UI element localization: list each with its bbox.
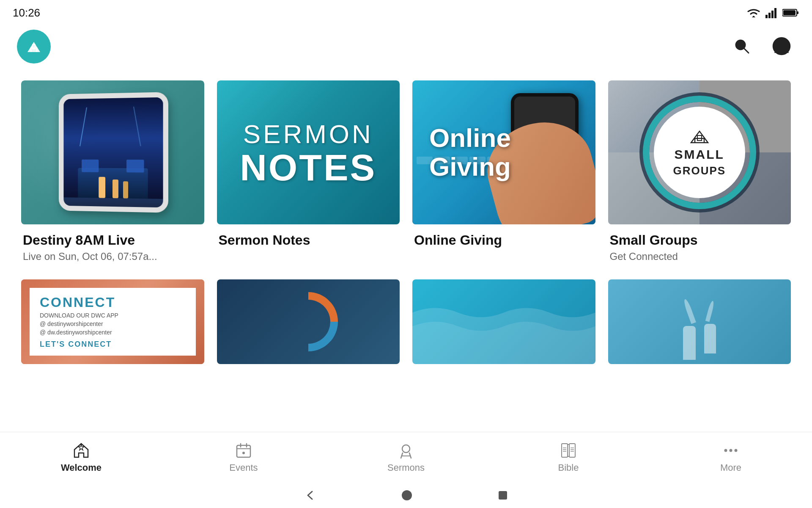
arc-shape: [266, 280, 350, 364]
card-sermon-notes-info: Sermon Notes: [217, 224, 400, 248]
welcome-icon: [73, 442, 90, 459]
card-destiny-live-image: [21, 80, 204, 224]
app-logo-icon: [23, 36, 44, 57]
card-destiny-live[interactable]: Destiny 8AM Live Live on Sun, Oct 06, 07…: [21, 80, 204, 262]
profile-icon: [772, 37, 791, 55]
card-connect[interactable]: CONNECT DOWNLOAD OUR DWC APP @ destinywo…: [21, 279, 204, 364]
card-destiny-live-title: Destiny 8AM Live: [23, 232, 203, 248]
svg-point-18: [402, 445, 410, 453]
connect-sub3: @ dw.destinyworshipcenter: [40, 329, 186, 336]
card4-partial-bg: [608, 279, 791, 364]
svg-rect-34: [499, 491, 507, 500]
card-partial-4[interactable]: [608, 279, 791, 364]
nav-label-events: Events: [229, 462, 258, 473]
sermon-word1: SERMON: [240, 119, 376, 149]
status-icons: [746, 7, 799, 18]
nav-label-bible: Bible: [558, 462, 579, 473]
svg-rect-0: [765, 15, 768, 18]
phone-mockup: [59, 92, 168, 213]
svg-point-30: [724, 449, 727, 452]
svg-rect-21: [569, 444, 575, 457]
card-online-giving-image: Online Giving: [412, 80, 595, 224]
small-groups-word1: SMALL: [675, 147, 724, 162]
card2-partial-bg: [217, 279, 400, 364]
svg-rect-1: [768, 13, 771, 18]
status-bar: 10:26: [0, 0, 812, 25]
main-content: Destiny 8AM Live Live on Sun, Oct 06, 07…: [0, 68, 812, 377]
card-small-groups-title: Small Groups: [610, 232, 790, 248]
signal-icon: [765, 7, 778, 18]
card-online-giving-bg: Online Giving: [412, 80, 595, 224]
first-card-row: Destiny 8AM Live Live on Sun, Oct 06, 07…: [21, 80, 791, 262]
connect-sub2: @ destinyworshipcenter: [40, 320, 186, 327]
giving-line2: Giving: [429, 152, 511, 181]
card-online-giving[interactable]: Online Giving Online Giving: [412, 80, 595, 262]
back-button[interactable]: [304, 489, 316, 502]
card-destiny-live-info: Destiny 8AM Live Live on Sun, Oct 06, 07…: [21, 224, 204, 262]
svg-rect-5: [797, 11, 798, 14]
small-groups-circle: SMALL GROUPS: [649, 102, 750, 203]
giving-line1: Online: [429, 124, 511, 152]
status-time: 10:26: [13, 6, 40, 19]
events-icon: [235, 442, 252, 459]
system-nav: [0, 483, 812, 508]
recents-button[interactable]: [497, 490, 508, 501]
svg-point-31: [730, 449, 732, 452]
app-bar-actions: [728, 33, 795, 61]
nav-label-sermons: Sermons: [387, 462, 425, 473]
card-online-giving-info: Online Giving: [412, 224, 595, 248]
connect-cta: LET'S CONNECT: [40, 340, 186, 349]
card-partial-2[interactable]: [217, 279, 400, 364]
search-button[interactable]: [728, 33, 755, 61]
more-icon: [722, 442, 739, 459]
connect-sub1: DOWNLOAD OUR DWC APP: [40, 312, 186, 319]
dwc-logo-icon: [689, 128, 710, 145]
svg-point-32: [735, 449, 738, 452]
sermon-notes-text: SERMON NOTES: [240, 119, 376, 186]
second-card-row: CONNECT DOWNLOAD OUR DWC APP @ destinywo…: [21, 279, 791, 364]
svg-rect-2: [771, 11, 774, 18]
card-destiny-live-subtitle: Live on Sun, Oct 06, 07:57a...: [23, 251, 203, 262]
svg-rect-6: [783, 10, 796, 15]
svg-point-17: [242, 452, 245, 454]
card-small-groups[interactable]: SMALL GROUPS Small Groups Get Connected: [608, 80, 791, 262]
card3-partial-bg: [412, 279, 595, 364]
connect-title: CONNECT: [40, 295, 186, 310]
sermon-word2: NOTES: [240, 149, 376, 186]
svg-line-9: [744, 48, 749, 53]
svg-point-11: [779, 41, 785, 47]
card-sermon-notes[interactable]: SERMON NOTES Sermon Notes: [217, 80, 400, 262]
nav-label-welcome: Welcome: [61, 462, 102, 473]
nav-item-bible[interactable]: Bible: [487, 438, 650, 478]
small-groups-word2: GROUPS: [673, 164, 726, 177]
sermons-icon: [398, 442, 414, 459]
card-small-groups-info: Small Groups Get Connected: [608, 224, 791, 262]
profile-button[interactable]: [768, 33, 795, 61]
nav-item-sermons[interactable]: Sermons: [325, 438, 487, 478]
battery-icon: [782, 8, 799, 17]
card-sermon-notes-bg: SERMON NOTES: [217, 80, 400, 224]
nav-item-more[interactable]: More: [650, 438, 812, 478]
home-icon: [401, 489, 413, 501]
app-bar: [0, 25, 812, 68]
card-partial-3[interactable]: [412, 279, 595, 364]
home-button[interactable]: [401, 489, 413, 501]
card-destiny-live-bg: [21, 80, 204, 224]
nav-item-events[interactable]: Events: [162, 438, 325, 478]
recents-icon: [497, 490, 508, 501]
svg-point-33: [402, 490, 412, 500]
connect-bg: CONNECT DOWNLOAD OUR DWC APP @ destinywo…: [21, 279, 204, 364]
back-icon: [304, 489, 316, 502]
app-logo[interactable]: [17, 30, 51, 64]
giving-text: Online Giving: [429, 124, 511, 181]
wave-pattern: [412, 279, 595, 364]
card-sermon-notes-title: Sermon Notes: [219, 232, 398, 248]
bottom-nav: Welcome Events Sermons: [0, 432, 812, 483]
svg-rect-20: [562, 444, 568, 457]
bible-icon: [560, 442, 577, 459]
card-small-groups-image: SMALL GROUPS: [608, 80, 791, 224]
card-sermon-notes-image: SERMON NOTES: [217, 80, 400, 224]
card-online-giving-title: Online Giving: [414, 232, 594, 248]
nav-item-welcome[interactable]: Welcome: [0, 438, 162, 478]
card-small-groups-bg: SMALL GROUPS: [608, 80, 791, 224]
